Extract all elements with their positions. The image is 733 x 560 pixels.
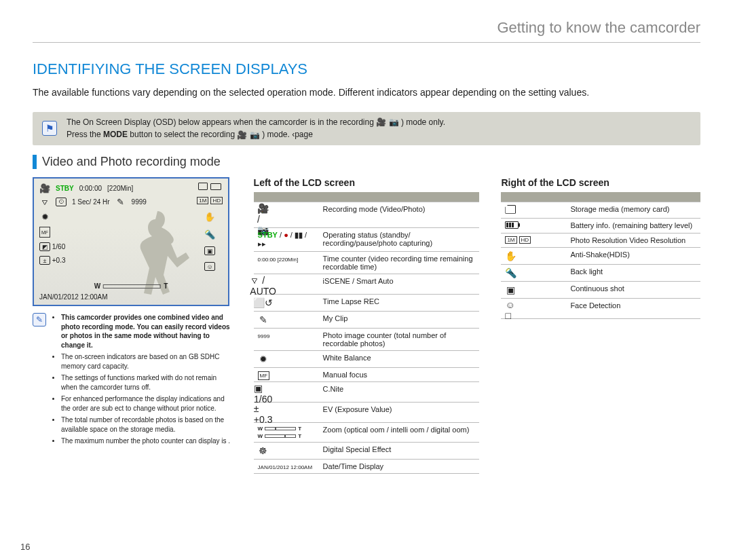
table-row: MFManual focus xyxy=(254,367,480,381)
anti-shake-icon: ✋ xyxy=(204,211,215,222)
myclip-icon: ✎ xyxy=(115,196,126,207)
left-icon-table: 🎥 / 📷Recording mode (Video/Photo)STBY / … xyxy=(254,192,480,474)
footnote-3: The settings of functions marked with do… xyxy=(61,373,232,392)
table-row: 9999Photo image counter (total number of… xyxy=(254,328,480,350)
table-row: ☺□Face Detection xyxy=(501,298,700,318)
camera-icon: 📷 xyxy=(389,116,399,128)
datetime-display: JAN/01/2012 12:00AM xyxy=(39,293,108,301)
backlight-icon: 🔦 xyxy=(204,229,215,240)
storage-card-icon xyxy=(198,183,208,190)
table-row: Storage media (memory card) xyxy=(501,202,700,218)
video-camera-icon: 🎥 xyxy=(39,183,50,193)
footnote-5: The total number of recordable photos is… xyxy=(61,415,232,434)
ev-indicator: ± +0.3 xyxy=(39,256,66,265)
left-table-title: Left of the LCD screen xyxy=(254,177,480,188)
table-row: 🔦Back light xyxy=(501,264,700,281)
iscene-icon: 🜄 xyxy=(39,196,50,207)
timelapse-interval: 1 Sec/ 24 Hr xyxy=(72,198,110,206)
table-row: ▣ 1/60C.Nite xyxy=(254,381,480,402)
intro-paragraph: The available functions vary depending o… xyxy=(33,86,700,100)
table-row: ☸Digital Special Effect xyxy=(254,442,480,459)
table-row: ✋Anti-Shake(HDIS) xyxy=(501,247,700,264)
table-row: 1MHDPhoto Resolution Video Resolution xyxy=(501,233,700,247)
zoom-bar: WT xyxy=(94,282,168,290)
table-row: STBY / ● / ▮▮ / ▸▸Operating status (stan… xyxy=(254,227,480,251)
stby-indicator: STBY xyxy=(56,185,74,192)
table-row: 🜄 / AUTOiSCENE / Smart Auto xyxy=(254,274,480,294)
table-row: ± +0.3EV (Exposure Value) xyxy=(254,402,480,422)
section-title: IDENTIFIYING THE SCREEN DISPLAYS xyxy=(33,60,700,78)
white-balance-icon: ✹ xyxy=(39,211,50,222)
table-row: ⬜↺Time Lapse REC xyxy=(254,294,480,311)
footnote-4: For enhanced performance the display ind… xyxy=(61,394,232,413)
battery-icon xyxy=(210,183,221,190)
table-row: 0:00:00 [220Min]Time counter (video reco… xyxy=(254,251,480,274)
table-row: ✎My Clip xyxy=(254,311,480,328)
footnote-6: The maximum number the photo counter can… xyxy=(61,436,232,446)
table-row: 🎥 / 📷Recording mode (Video/Photo) xyxy=(254,202,480,227)
time-counter: 0:00:00 xyxy=(79,185,102,192)
page-number: 16 xyxy=(20,542,30,552)
table-row: Battery info. (remaining battery level) xyxy=(501,218,700,233)
footnote-box: ✎ This camcorder provides one combined v… xyxy=(33,313,232,449)
table-row: ▣Continuous shot xyxy=(501,281,700,298)
subsection-title: Video and Photo recording mode xyxy=(33,155,700,169)
manual-focus-icon: MF xyxy=(39,227,50,238)
footnote-bold: This camcorder provides one combined vid… xyxy=(61,313,232,350)
face-detect-icon: ☺ xyxy=(204,262,215,271)
right-table-title: Right of the LCD screen xyxy=(501,177,700,188)
note-icon: ⚑ xyxy=(42,121,57,136)
table-row: ✹White Balance xyxy=(254,350,480,367)
cnite-indicator: ◩ 1/60 xyxy=(39,242,66,251)
note-line-1: The On Screen Display (OSD) below appear… xyxy=(67,116,445,129)
page-header: Getting to know the camcorder xyxy=(33,19,700,43)
timelapse-icon: ⏲ xyxy=(56,198,67,206)
remaining-time: [220Min] xyxy=(107,185,133,192)
camera-icon: 📷 xyxy=(250,129,260,141)
photo-counter: 9999 xyxy=(132,198,147,206)
table-row: JAN/01/2012 12:00AMDate/Time Display xyxy=(254,459,480,473)
note-line-2: Press the MODE button to select the reco… xyxy=(67,128,445,141)
video-camera-icon: 🎥 xyxy=(237,129,247,141)
continuous-shot-icon: ▣ xyxy=(204,246,215,255)
osd-note-box: ⚑ The On Screen Display (OSD) below appe… xyxy=(33,112,700,146)
footnote-2: The on-screen indicators are based on an… xyxy=(61,352,232,371)
pencil-note-icon: ✎ xyxy=(33,313,46,326)
right-icon-table: Storage media (memory card)Battery info.… xyxy=(501,192,700,319)
table-row: WTWTZoom (optical oom / intelli oom / di… xyxy=(254,422,480,442)
video-camera-icon: 🎥 xyxy=(376,116,386,128)
lcd-preview: 🎥 STBY 0:00:00 [220Min] 🜄 ⏲ 1 Sec/ 24 Hr… xyxy=(33,177,229,306)
